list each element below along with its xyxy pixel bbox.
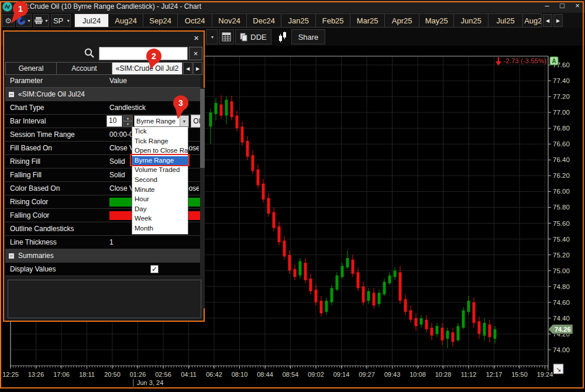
title-bar[interactable]: SIM:Crude Oil (10 Byrne Range Candlestic… [0,0,585,13]
dialog-tab-scroll-right-button[interactable]: ▶ [193,62,202,75]
auto-scale-label: A [552,58,556,64]
interval-spinner[interactable]: ▲▼ [123,115,133,127]
dropdown-item-minute[interactable]: Minute [132,185,188,195]
parameter-label: Line Thickness [10,238,57,246]
dropdown-item-week[interactable]: Week [132,214,188,224]
contract-tab-jul24[interactable]: Jul24 [74,13,109,27]
price-label: 76.40 [553,156,570,163]
time-label: 09:02 [308,371,324,378]
contract-tab-may25[interactable]: May25 [419,13,454,27]
dropdown-item-tick-range[interactable]: Tick Range [132,137,188,147]
candle-body [230,101,233,117]
candle-body [331,288,333,302]
time-label: 10:08 [410,371,426,378]
contract-tab-feb25[interactable]: Feb25 [316,13,350,27]
combobox-arrow-button[interactable]: ▼ [180,116,188,127]
param-row-display-values[interactable]: Display Values✓ [5,263,200,276]
candle-body [420,318,423,325]
param-row-chart-type[interactable]: Chart TypeCandlestick [5,101,200,115]
checkbox[interactable]: ✓ [150,265,159,273]
scrollbar-thumb[interactable] [200,89,205,168]
candle-body [483,323,486,336]
printer-icon [34,16,43,25]
search-input[interactable] [99,47,188,60]
hidden-combo-arrow-button[interactable]: ▼ [206,29,218,44]
contract-tab-dec24[interactable]: Dec24 [247,13,281,27]
dialog-close-button[interactable]: × [194,33,199,43]
contract-tab-mar25[interactable]: Mar25 [350,13,385,27]
dropdown-item-tick[interactable]: Tick [132,127,188,137]
contract-tab-aug25[interactable]: Aug25 [523,13,542,27]
data-grid-button[interactable] [219,29,234,44]
time-label: 19:24 [537,371,553,378]
contract-tab-jun25[interactable]: Jun25 [454,13,488,27]
candle-body [262,184,265,200]
parameter-value[interactable]: 1 [109,238,199,246]
price-label: 76.20 [553,172,570,179]
chart-style-icon [17,16,26,25]
time-label: 08:54 [283,371,299,378]
bar-type-combobox[interactable]: Byrne Range▼ [134,115,189,128]
parameter-value[interactable]: Candlestick [109,104,199,112]
collapse-icon[interactable]: − [9,92,14,97]
candle-body [467,301,470,312]
tab-scroll-left-button[interactable]: ◀ [543,14,552,27]
share-button[interactable]: Share [291,29,325,44]
time-label: 08:44 [257,371,273,378]
main-toolbar: ⚙ ▼ ▼ SP ▼ Jul24Aug24Sep24Oct24Nov24D [0,13,585,28]
candle-body [431,328,433,336]
dropdown-item-month[interactable]: Month [132,224,188,234]
candle-body [452,332,455,342]
contract-tab-jan25[interactable]: Jan25 [281,13,316,27]
contract-tab-oct24[interactable]: Oct24 [178,13,212,27]
last-price-label: 74.26 [555,326,571,333]
chart-style-button[interactable]: ▼ [16,14,32,27]
close-button[interactable]: × [573,1,581,10]
time-label: 20:50 [104,371,121,378]
candlestick-mode-button[interactable] [275,29,290,44]
spinner-up-icon[interactable]: ▲ [123,115,133,121]
dialog-tab-account[interactable]: Account [57,62,112,75]
candle-body [309,278,312,291]
print-button[interactable]: ▼ [33,14,49,27]
dropdown-item-volume-traded[interactable]: Volume Traded [132,166,188,176]
candle-body [278,226,281,242]
dialog-scrollbar[interactable] [200,88,205,308]
group-row-summaries[interactable]: −Summaries [5,249,200,263]
dropdown-item-day[interactable]: Day [132,205,188,215]
price-label: 75.60 [553,220,570,227]
tab-scroll-right-button[interactable]: ▶ [553,14,563,27]
contract-tab-jul25[interactable]: Jul25 [488,13,523,27]
price-label: 75.80 [553,204,570,211]
parameter-label: Rising Color [10,198,48,206]
maximize-button[interactable]: □ [558,1,566,10]
contract-tab-aug24[interactable]: Aug24 [109,13,143,27]
app-logo-icon [2,2,12,12]
minimize-button[interactable]: – [543,1,551,10]
dropdown-item-second[interactable]: Second [132,176,188,185]
candle-body [346,258,349,267]
candle-body [241,126,244,142]
dialog-tab-general[interactable]: General [5,62,57,75]
candle-body [246,141,249,157]
dialog-tab--sim-crude-oil-jul2[interactable]: «SIM:Crude Oil Jul2 [112,62,183,75]
bar-interval-input[interactable]: 10 [106,115,122,127]
dropdown-item-hour[interactable]: Hour [132,195,188,205]
candle-body [415,318,418,326]
table-header: Parameter Value [5,75,200,88]
dialog-tab-scroll-left-button[interactable]: ◀ [183,62,192,75]
contract-tab-apr25[interactable]: Apr25 [385,13,419,27]
candle-body [325,301,328,312]
contract-tab-sep24[interactable]: Sep24 [143,13,178,27]
sp-dropdown[interactable]: SP ▼ [51,14,71,27]
collapse-icon[interactable]: − [9,253,14,259]
param-row-line-thickness[interactable]: Line Thickness1 [5,236,200,249]
dde-button[interactable]: DDE [235,29,271,44]
window-title: SIM:Crude Oil (10 Byrne Range Candlestic… [15,2,201,11]
search-clear-button[interactable]: × [189,47,202,60]
settings-button[interactable]: ⚙ [2,14,15,27]
group-row--sim-crude-oil-jul24[interactable]: −«SIM:Crude Oil Jul24 [5,88,200,101]
time-label: 06:42 [206,371,222,378]
contract-tab-nov24[interactable]: Nov24 [212,13,247,27]
gear-icon: ⚙ [5,16,12,25]
